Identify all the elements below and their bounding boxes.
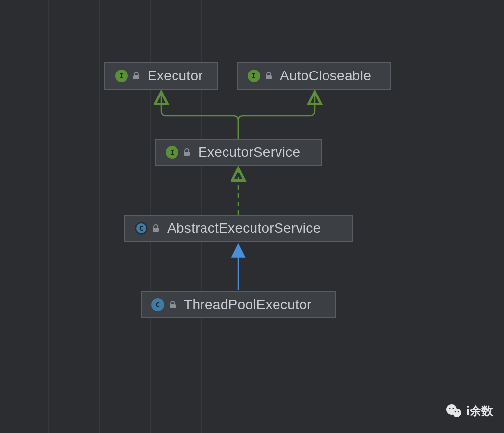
svg-rect-2 [184, 152, 190, 156]
svg-point-8 [453, 408, 454, 409]
svg-rect-3 [153, 228, 159, 232]
lock-icon [168, 300, 177, 309]
svg-rect-1 [266, 75, 272, 79]
node-label: AutoCloseable [280, 68, 371, 84]
node-threadpoolexecutor[interactable]: C ThreadPoolExecutor [141, 291, 336, 318]
node-label: ThreadPoolExecutor [184, 297, 312, 313]
svg-point-9 [455, 411, 456, 413]
lock-icon [182, 148, 191, 157]
node-autocloseable[interactable]: I AutoCloseable [237, 62, 391, 90]
node-abstractexecutorservice[interactable]: C AbstractExecutorService [124, 215, 353, 242]
edge-executorservice-executor [161, 93, 238, 139]
svg-point-6 [453, 409, 461, 417]
lock-icon [132, 72, 141, 80]
wechat-icon [446, 403, 462, 419]
node-label: ExecutorService [198, 144, 300, 160]
watermark-label: i余数 [466, 403, 493, 419]
lock-icon [151, 224, 160, 233]
node-label: AbstractExecutorService [167, 220, 321, 236]
class-icon: C [151, 298, 164, 311]
node-executor[interactable]: I Executor [104, 62, 218, 90]
interface-icon: I [248, 70, 260, 82]
diagram-canvas: I Executor I AutoCloseable I ExecutorSer… [0, 0, 504, 433]
node-label: Executor [148, 68, 203, 84]
watermark: i余数 [446, 403, 493, 419]
lock-icon [264, 72, 273, 80]
svg-rect-0 [133, 75, 139, 79]
svg-rect-4 [170, 304, 176, 308]
abstract-class-icon: C [135, 222, 148, 235]
edge-executorservice-autocloseable [238, 93, 315, 139]
interface-icon: I [166, 146, 178, 159]
svg-point-10 [458, 411, 459, 413]
node-executorservice[interactable]: I ExecutorService [155, 139, 322, 166]
svg-point-7 [449, 408, 451, 409]
interface-icon: I [115, 70, 128, 82]
